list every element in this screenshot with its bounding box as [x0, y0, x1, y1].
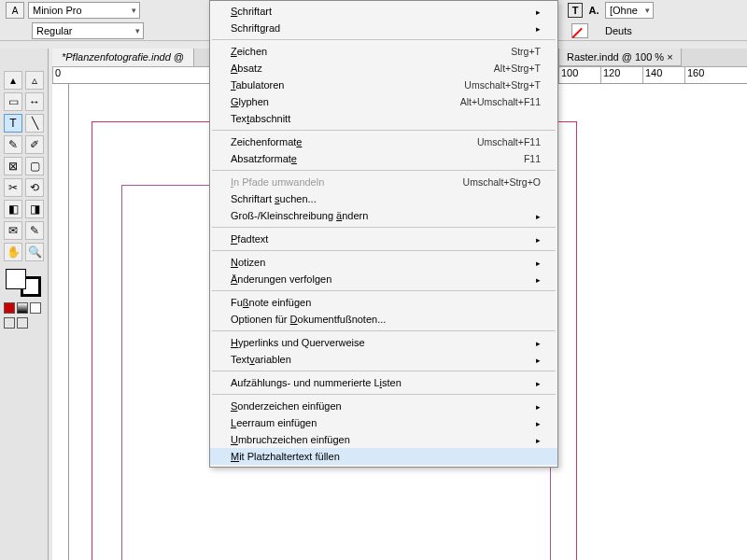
menu-item[interactable]: Textvariablen — [210, 351, 557, 368]
submenu-arrow-icon — [527, 210, 541, 221]
apply-none-icon[interactable] — [30, 302, 41, 314]
vertical-ruler — [52, 84, 69, 560]
menu-item-label: Fußnote einfügen — [231, 297, 311, 308]
apply-color-icon[interactable] — [4, 302, 15, 314]
menu-item[interactable]: Fußnote einfügen — [210, 294, 557, 311]
menu-item-label: Groß-/Kleinschreibung ändern — [231, 210, 368, 221]
type-menu: SchriftartSchriftgradZeichenStrg+TAbsatz… — [209, 0, 558, 468]
menu-shortcut: Strg+T — [511, 46, 541, 57]
menu-item-label: Textabschnitt — [231, 113, 290, 124]
menu-item-label: Änderungen verfolgen — [231, 273, 331, 285]
charcolor-icon[interactable]: T — [568, 3, 583, 18]
eyedropper-tool-icon[interactable]: ✎ — [25, 221, 44, 240]
pencil-tool-icon[interactable]: ✐ — [25, 135, 44, 154]
submenu-arrow-icon — [527, 400, 541, 412]
normal-mode-icon[interactable] — [4, 317, 15, 329]
stroke-none-icon[interactable] — [571, 23, 588, 38]
menu-separator — [212, 170, 556, 171]
font-family-value: Minion Pro — [33, 5, 82, 16]
menu-item[interactable]: Hyperlinks und Querverweise — [210, 334, 557, 351]
gradient-feather-tool-icon[interactable]: ◨ — [25, 200, 44, 218]
menu-item[interactable]: Sonderzeichen einfügen — [210, 398, 557, 414]
char-panel-icon[interactable]: A — [6, 2, 24, 19]
menu-item-label: Tabulatoren — [231, 79, 285, 91]
menu-item[interactable]: Schriftgrad — [210, 20, 557, 36]
menu-shortcut: Umschalt+Strg+O — [463, 176, 541, 188]
language-label: Deuts — [605, 25, 632, 36]
menu-item[interactable]: Schriftart suchen... — [210, 190, 557, 207]
submenu-arrow-icon — [527, 377, 541, 388]
menu-item-label: In Pfade umwandeln — [231, 176, 324, 188]
menu-item[interactable]: ZeichenformateUmschalt+F11 — [210, 133, 557, 150]
menu-item[interactable]: Optionen für Dokumentfußnoten... — [210, 311, 557, 328]
hand-tool-icon[interactable]: ✋ — [4, 243, 22, 261]
menu-shortcut: Alt+Umschalt+F11 — [460, 96, 541, 107]
scissors-tool-icon[interactable]: ✂ — [4, 178, 22, 197]
submenu-arrow-icon — [527, 257, 541, 268]
menu-item-label: Schriftgrad — [231, 22, 280, 34]
menu-item-label: Textvariablen — [231, 354, 291, 365]
note-tool-icon[interactable]: ✉ — [4, 221, 22, 240]
menu-item-label: Umbruchzeichen einfügen — [231, 434, 350, 445]
menu-item[interactable]: AbsatzAlt+Strg+T — [210, 60, 557, 77]
menu-item[interactable]: Leerraum einfügen — [210, 414, 557, 431]
menu-item[interactable]: Groß-/Kleinschreibung ändern — [210, 207, 557, 224]
preview-mode-icon[interactable] — [17, 317, 28, 329]
menu-item[interactable]: ZeichenStrg+T — [210, 43, 557, 60]
menu-item[interactable]: Mit Platzhaltertext füllen — [210, 448, 557, 465]
transform-tool-icon[interactable]: ⟲ — [25, 178, 44, 197]
menu-separator — [212, 394, 556, 395]
menu-item[interactable]: GlyphenAlt+Umschalt+F11 — [210, 93, 557, 110]
submenu-arrow-icon — [527, 6, 541, 17]
document-tab-2[interactable]: Raster.indd @ 100 % × — [558, 49, 682, 66]
menu-item[interactable]: Pfadtext — [210, 231, 557, 247]
menu-item[interactable]: Umbruchzeichen einfügen — [210, 431, 557, 448]
menu-item-label: Optionen für Dokumentfußnoten... — [231, 314, 386, 325]
menu-separator — [212, 290, 556, 291]
submenu-arrow-icon — [527, 434, 541, 445]
menu-separator — [212, 250, 556, 251]
menu-item-label: Schriftart — [231, 6, 272, 17]
menu-shortcut: Umschalt+Strg+T — [464, 79, 541, 91]
submenu-arrow-icon — [527, 22, 541, 34]
menu-item-label: Mit Platzhaltertext füllen — [231, 451, 340, 462]
menu-item[interactable]: Schriftart — [210, 3, 557, 20]
menu-item[interactable]: Änderungen verfolgen — [210, 271, 557, 287]
menu-item[interactable]: Textabschnitt — [210, 110, 557, 127]
selection-tool-icon[interactable]: ▴ — [4, 71, 22, 90]
line-tool-icon[interactable]: ╲ — [25, 114, 44, 133]
submenu-arrow-icon — [527, 337, 541, 348]
page-tool-icon[interactable]: ▭ — [4, 92, 22, 111]
menu-item-label: Absatzformate — [231, 153, 297, 164]
menu-item[interactable]: AbsatzformateF11 — [210, 150, 557, 167]
screen-mode-row — [4, 317, 44, 329]
gap-tool-icon[interactable]: ↔ — [25, 92, 44, 111]
charstyle-select[interactable]: [Ohne — [605, 2, 654, 19]
document-tab-1[interactable]: *Pflanzenfotografie.indd @ — [52, 49, 194, 66]
zoom-tool-icon[interactable]: 🔍 — [25, 243, 44, 261]
menu-item-label: Glyphen — [231, 96, 269, 107]
tool-panel: ▴ ▵ ▭ ↔ T ╲ ✎ ✐ ⊠ ▢ ✂ ⟲ ◧ ◨ ✉ ✎ ✋ 🔍 — [0, 49, 49, 560]
font-style-select[interactable]: Regular — [32, 22, 144, 39]
font-style-value: Regular — [36, 25, 73, 36]
apply-gradient-icon[interactable] — [17, 302, 28, 314]
submenu-arrow-icon — [527, 233, 541, 245]
type-tool-icon[interactable]: T — [4, 114, 22, 133]
menu-item[interactable]: Aufzählungs- und nummerierte Listen — [210, 374, 557, 391]
menu-item-label: Leerraum einfügen — [231, 417, 317, 428]
menu-item[interactable]: Notizen — [210, 254, 557, 271]
menu-item-label: Schriftart suchen... — [231, 193, 317, 204]
font-family-select[interactable]: Minion Pro — [28, 2, 140, 19]
rectangle-tool-icon[interactable]: ▢ — [25, 157, 44, 175]
fill-stroke-icon[interactable] — [4, 267, 43, 299]
direct-selection-tool-icon[interactable]: ▵ — [25, 71, 44, 90]
frame-tool-icon[interactable]: ⊠ — [4, 157, 22, 175]
horizontal-ruler-2: 100 120 140 160 — [558, 67, 747, 84]
pen-tool-icon[interactable]: ✎ — [4, 135, 22, 154]
menu-item-label: Zeichenformate — [231, 136, 302, 147]
menu-item[interactable]: TabulatorenUmschalt+Strg+T — [210, 77, 557, 93]
color-mode-row — [4, 302, 44, 314]
gradient-swatch-tool-icon[interactable]: ◧ — [4, 200, 22, 218]
menu-item-label: Sonderzeichen einfügen — [231, 400, 342, 412]
menu-separator — [212, 39, 556, 40]
